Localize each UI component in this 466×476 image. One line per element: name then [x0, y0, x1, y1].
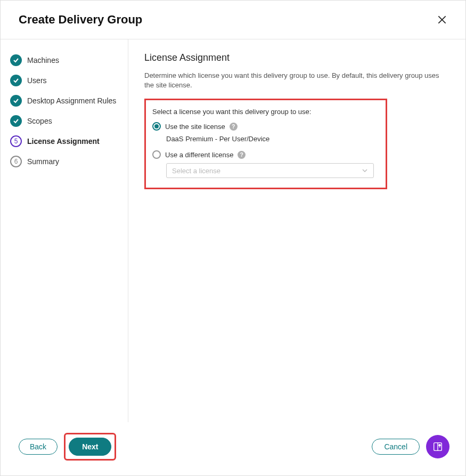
chevron-down-icon — [362, 167, 368, 174]
step-machines[interactable]: Machines — [10, 50, 121, 70]
help-icon[interactable]: ? — [230, 123, 238, 131]
checkmark-icon — [10, 75, 22, 86]
site-license-value: DaaS Premium - Per User/Device — [166, 135, 377, 143]
step-license-assignment[interactable]: 5 License Assignment — [10, 131, 121, 151]
step-label: Desktop Assignment Rules — [27, 96, 116, 105]
wizard-steps-sidebar: Machines Users Desktop Assignment Rules … — [1, 39, 128, 422]
footer-right: Cancel — [372, 435, 449, 458]
step-number-icon: 6 — [10, 156, 22, 167]
cancel-button[interactable]: Cancel — [372, 439, 420, 455]
create-delivery-group-modal: Create Delivery Group Machines Users — [0, 0, 466, 476]
modal-header: Create Delivery Group — [1, 1, 465, 39]
radio-label: Use a different license — [165, 151, 233, 159]
license-selection-box: Select a license you want this delivery … — [144, 99, 387, 189]
help-fab-button[interactable] — [426, 435, 449, 458]
modal-footer: Back Next Cancel — [1, 422, 465, 475]
help-icon[interactable]: ? — [238, 151, 246, 159]
footer-left: Back Next — [19, 433, 116, 461]
modal-body: Machines Users Desktop Assignment Rules … — [1, 39, 465, 422]
next-button[interactable]: Next — [69, 438, 111, 456]
checkmark-icon — [10, 54, 22, 66]
radio-icon — [152, 122, 161, 131]
radio-use-different-license[interactable]: Use a different license ? — [152, 150, 377, 159]
license-select-dropdown[interactable]: Select a license — [166, 163, 374, 178]
close-icon — [437, 14, 447, 25]
modal-title: Create Delivery Group — [19, 13, 142, 27]
step-label: Scopes — [27, 117, 52, 125]
radio-icon — [152, 150, 161, 159]
svg-point-0 — [438, 444, 441, 447]
checkmark-icon — [10, 115, 22, 127]
checkmark-icon — [10, 95, 22, 107]
step-users[interactable]: Users — [10, 70, 121, 91]
lightbulb-book-icon — [432, 441, 444, 453]
step-label: Users — [27, 76, 47, 85]
select-placeholder: Select a license — [172, 167, 220, 175]
next-button-highlight: Next — [64, 433, 116, 461]
content-panel: License Assignment Determine which licen… — [128, 39, 465, 422]
back-button[interactable]: Back — [19, 439, 58, 455]
select-label: Select a license you want this delivery … — [152, 108, 377, 116]
step-label: License Assignment — [27, 137, 100, 146]
step-label: Machines — [27, 56, 59, 64]
step-scopes[interactable]: Scopes — [10, 111, 121, 131]
step-desktop-rules[interactable]: Desktop Assignment Rules — [10, 91, 121, 111]
close-button[interactable] — [435, 12, 449, 27]
step-number-icon: 5 — [10, 135, 22, 147]
step-summary[interactable]: 6 Summary — [10, 151, 121, 172]
radio-label: Use the site license — [165, 123, 225, 131]
content-heading: License Assignment — [144, 52, 449, 63]
radio-use-site-license[interactable]: Use the site license ? — [152, 122, 377, 131]
step-label: Summary — [27, 157, 59, 166]
content-description: Determine which license you want this de… — [144, 71, 449, 90]
